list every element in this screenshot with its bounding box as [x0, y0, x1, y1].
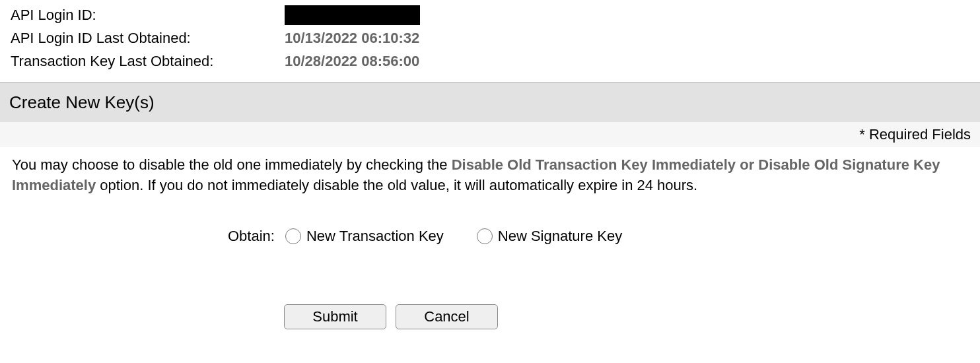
radio-new-transaction-key[interactable] — [285, 228, 301, 244]
radio-label-new-transaction-key: New Transaction Key — [306, 228, 444, 245]
info-row-api-login-id-last-obtained: API Login ID Last Obtained: 10/13/2022 0… — [11, 27, 969, 49]
radio-new-signature-key[interactable] — [477, 228, 493, 244]
obtain-row: Obtain: New Transaction Key New Signatur… — [0, 216, 980, 245]
api-login-id-last-obtained-value: 10/13/2022 06:10:32 — [285, 27, 419, 49]
button-row: Submit Cancel — [0, 245, 980, 329]
transaction-key-last-obtained-value: 10/28/2022 08:56:00 — [285, 50, 419, 72]
api-login-id-value-redacted — [285, 5, 420, 25]
radio-label-new-signature-key: New Signature Key — [498, 228, 622, 245]
section-header-create-new-keys: Create New Key(s) — [0, 82, 980, 122]
api-login-id-last-obtained-label: API Login ID Last Obtained: — [11, 27, 285, 49]
cancel-button[interactable]: Cancel — [396, 304, 498, 329]
description-part1: You may choose to disable the old one im… — [12, 156, 452, 173]
radio-group-new-signature-key[interactable]: New Signature Key — [477, 228, 622, 245]
info-row-api-login-id: API Login ID: — [11, 4, 969, 26]
info-section: API Login ID: API Login ID Last Obtained… — [0, 0, 980, 82]
description-text: You may choose to disable the old one im… — [0, 147, 980, 216]
transaction-key-last-obtained-label: Transaction Key Last Obtained: — [11, 50, 285, 72]
submit-button[interactable]: Submit — [284, 304, 386, 329]
obtain-label: Obtain: — [228, 228, 275, 245]
description-part2: option. If you do not immediately disabl… — [96, 177, 697, 193]
info-row-transaction-key-last-obtained: Transaction Key Last Obtained: 10/28/202… — [11, 50, 969, 72]
required-fields-note: * Required Fields — [0, 122, 980, 147]
radio-group-new-transaction-key[interactable]: New Transaction Key — [285, 228, 444, 245]
api-login-id-label: API Login ID: — [11, 4, 285, 26]
